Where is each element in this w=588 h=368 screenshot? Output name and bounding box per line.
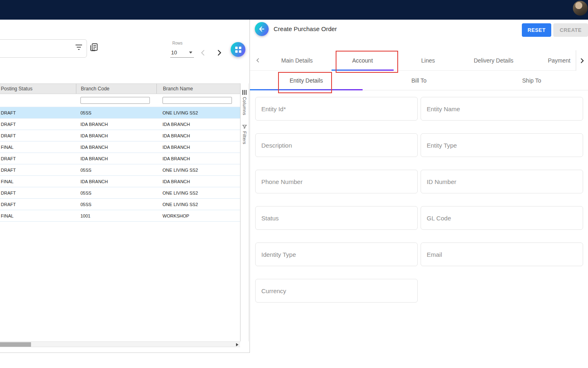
- table-cell: IDA BRANCH: [156, 119, 240, 130]
- table-cell: FINAL: [0, 210, 76, 221]
- table-cell: DRAFT: [0, 153, 76, 164]
- field-input-identity-type[interactable]: [256, 243, 417, 266]
- next-page-button[interactable]: [215, 49, 223, 57]
- table-cell: DRAFT: [0, 119, 76, 130]
- form-field-entity-type: [421, 133, 583, 157]
- horizontal-scrollbar[interactable]: [0, 341, 240, 347]
- table-cell: DRAFT: [0, 164, 76, 175]
- branch-name-filter-input[interactable]: [163, 97, 232, 104]
- form-fields: [255, 97, 583, 303]
- field-input-currency[interactable]: [256, 279, 417, 302]
- table-cell: IDA BRANCH: [156, 153, 240, 164]
- branch-code-filter-input[interactable]: [80, 97, 150, 104]
- table-row[interactable]: DRAFT05SSONE LIVING SS2: [0, 164, 240, 176]
- tab-bar: Main DetailsAccountLinesDelivery Details…: [250, 50, 588, 71]
- rows-per-page-select[interactable]: 10: [170, 47, 194, 58]
- table-cell: ONE LIVING SS2: [156, 187, 240, 198]
- column-header-branch-name[interactable]: Branch Name: [156, 84, 240, 94]
- filter-cell-branch-name: [156, 94, 240, 107]
- table-body: DRAFT05SSONE LIVING SS2DRAFTIDA BRANCHID…: [0, 107, 240, 222]
- filter-cell-posting-status: [0, 94, 76, 107]
- caret-down-icon: [189, 52, 192, 54]
- previous-page-button[interactable]: [199, 49, 207, 57]
- user-avatar[interactable]: [573, 1, 588, 16]
- table-row[interactable]: DRAFTIDA BRANCHIDA BRANCH: [0, 153, 240, 164]
- table-cell: DRAFT: [0, 199, 76, 210]
- page-title: Create Purchase Order: [274, 25, 337, 32]
- field-input-phone-number[interactable]: [256, 170, 417, 193]
- document-list-icon[interactable]: [89, 43, 98, 52]
- columns-toggle[interactable]: Columns: [242, 90, 247, 115]
- form-field-phone-number: [255, 170, 418, 193]
- back-button[interactable]: [255, 22, 269, 36]
- subtab-bill-to[interactable]: Bill To: [363, 71, 475, 90]
- columns-icon: [242, 90, 247, 95]
- scrollbar-thumb[interactable]: [0, 342, 31, 347]
- table-cell: 1001: [76, 210, 156, 221]
- field-input-id-number[interactable]: [421, 170, 583, 193]
- filters-toggle[interactable]: Filters: [242, 124, 247, 144]
- table-row[interactable]: DRAFTIDA BRANCHIDA BRANCH: [0, 130, 240, 141]
- table-cell: DRAFT: [0, 187, 76, 198]
- table-cell: DRAFT: [0, 130, 76, 141]
- field-input-entity-name[interactable]: [421, 97, 583, 120]
- funnel-icon: [242, 124, 247, 129]
- app-window: Rows 10 Posting StatusBranch: [0, 0, 588, 368]
- reset-button[interactable]: RESET: [522, 23, 551, 37]
- table-row[interactable]: FINALIDA BRANCHIDA BRANCH: [0, 176, 240, 187]
- column-header-branch-code[interactable]: Branch Code: [76, 84, 156, 94]
- tab-main-details[interactable]: Main Details: [264, 50, 330, 71]
- tab-account[interactable]: Account: [330, 50, 396, 71]
- table-cell: IDA BRANCH: [156, 141, 240, 153]
- tab-list: Main DetailsAccountLinesDelivery Details…: [264, 50, 576, 71]
- tab-lines[interactable]: Lines: [395, 50, 461, 71]
- create-purchase-order-panel: Create Purchase Order RESET CREATE Main …: [250, 20, 588, 368]
- scroll-right-arrow-icon[interactable]: [236, 343, 238, 346]
- create-button[interactable]: CREATE: [553, 23, 588, 37]
- table-row[interactable]: DRAFT05SSONE LIVING SS2: [0, 199, 240, 210]
- table-cell: DRAFT: [0, 107, 76, 118]
- field-input-entity-type[interactable]: [421, 134, 583, 157]
- subtab-ship-to[interactable]: Ship To: [475, 71, 588, 90]
- apps-grid-icon: [235, 47, 241, 53]
- field-input-description[interactable]: [256, 134, 417, 157]
- field-input-gl-code[interactable]: [421, 206, 583, 229]
- apps-grid-button[interactable]: [231, 42, 245, 57]
- form-field-identity-type: [255, 242, 418, 266]
- table-row[interactable]: DRAFT05SSONE LIVING SS2: [0, 107, 240, 119]
- subtab-entity-details[interactable]: Entity Details: [250, 71, 363, 90]
- table-cell: WORKSHOP: [156, 210, 240, 221]
- column-header-posting-status[interactable]: Posting Status: [0, 84, 76, 94]
- table-cell: ONE LIVING SS2: [156, 107, 240, 118]
- field-input-entity-id[interactable]: [256, 97, 417, 120]
- table-cell: IDA BRANCH: [76, 153, 156, 164]
- form-field-gl-code: [421, 206, 583, 230]
- table-row[interactable]: DRAFTIDA BRANCHIDA BRANCH: [0, 119, 240, 130]
- table-cell: 05SS: [76, 164, 156, 175]
- back-arrow-icon: [258, 25, 265, 33]
- form-field-email: [421, 242, 583, 266]
- field-input-email[interactable]: [421, 243, 583, 266]
- columns-label: Columns: [242, 97, 247, 115]
- table-row[interactable]: FINAL1001WORKSHOP: [0, 210, 240, 222]
- form-field-entity-id: [255, 97, 418, 121]
- rows-per-page-label: Rows: [172, 41, 183, 45]
- table-cell: 05SS: [76, 187, 156, 198]
- table-cell: 05SS: [76, 107, 156, 118]
- tab-scroll-right-button[interactable]: [576, 50, 588, 71]
- field-input-status[interactable]: [256, 206, 417, 229]
- tab-scroll-left-icon[interactable]: [255, 57, 261, 63]
- filter-list-icon[interactable]: [75, 44, 82, 50]
- form-field-status: [255, 206, 418, 230]
- top-navigation-bar: [0, 0, 588, 20]
- table-row[interactable]: FINALIDA BRANCHIDA BRANCH: [0, 141, 240, 153]
- table-cell: IDA BRANCH: [76, 176, 156, 187]
- tab-delivery-details[interactable]: Delivery Details: [461, 50, 527, 71]
- table-side-rail: Columns Filters: [240, 83, 249, 341]
- tab-payment[interactable]: Payment: [526, 50, 576, 71]
- search-input[interactable]: [3, 45, 64, 52]
- form-field-id-number: [421, 170, 583, 193]
- table-cell: ONE LIVING SS2: [156, 199, 240, 210]
- rows-per-page-value: 10: [170, 49, 177, 56]
- table-row[interactable]: DRAFT05SSONE LIVING SS2: [0, 187, 240, 199]
